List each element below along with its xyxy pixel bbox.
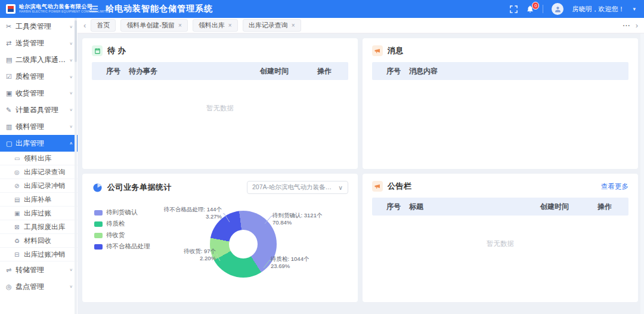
label-confirm: 待到货确认: 3121个 70.84% — [273, 212, 322, 226]
col-action: 操作 — [597, 202, 628, 212]
submenu-item-outbound-posting[interactable]: ▣ 出库过账 — [0, 207, 78, 220]
sidebar-item-quality[interactable]: ☑ 质检管理 ∨ — [0, 68, 78, 85]
col-todo-item: 待办事务 — [129, 66, 260, 76]
tabs-back-icon[interactable]: ‹ — [83, 21, 86, 29]
tools-icon: ✂ — [6, 23, 16, 30]
outbound-icon: ▢ — [6, 140, 16, 147]
sidebar-item-material-request[interactable]: ▥ 领料管理 ∨ — [0, 118, 78, 135]
tabbar: ‹ 首页 领料单创建-预留 × 领料出库 × 出库记录查询 × ⋯ › — [78, 18, 644, 33]
todo-panel-title: 待 办 — [107, 45, 126, 56]
sidebar-item-measuring-tools[interactable]: ✎ 计量器具管理 ∨ — [0, 101, 78, 118]
sidebar-item-outbound[interactable]: ▢ 出库管理 ∧ — [0, 135, 78, 152]
notification-badge: 0 — [532, 2, 539, 10]
col-action: 操作 — [317, 66, 348, 76]
stocktake-icon: ◎ — [6, 283, 16, 291]
fullscreen-icon[interactable] — [510, 5, 518, 13]
label-receive: 待收货: 97个 2.20% — [156, 248, 216, 262]
label-unqualified: 待不合格品处理: 144个 3.27% — [162, 206, 222, 220]
chevron-down-icon: ∨ — [69, 107, 73, 112]
col-create-time: 创建时间 — [260, 66, 317, 76]
chevron-down-icon: ∨ — [338, 184, 343, 191]
search-icon: ◎ — [14, 169, 24, 176]
label-inspect: 待质检: 1044个 23.69% — [271, 255, 309, 270]
donut-chart: 待到货确认 待质检 待收货 待不合格品处理 — [92, 198, 348, 297]
submenu-item-outbound-record-query[interactable]: ◎ 出库记录查询 — [0, 165, 78, 179]
legend-swatch — [94, 244, 103, 250]
legend-item-inspect[interactable]: 待质检 — [94, 220, 150, 228]
todo-icon — [92, 45, 103, 56]
legend-item-confirm[interactable]: 待到货确认 — [94, 208, 150, 217]
chevron-down-icon: ∨ — [69, 57, 73, 61]
chevron-down-icon: ∨ — [69, 124, 73, 128]
company-select-value: 207A-哈尔滨电气动力装备有限公 — [252, 183, 335, 192]
message-table-header: 序号 消息内容 — [372, 62, 628, 80]
col-create-time: 创建时间 — [540, 202, 597, 212]
sidebar-item-delivery[interactable]: ⇄ 送货管理 ∨ — [0, 35, 78, 51]
notice-panel: 公告栏 查看更多 序号 标题 创建时间 操作 暂无数据 — [363, 174, 638, 302]
sidebar-item-transfer[interactable]: ⇌ 转储管理 ∨ — [0, 261, 78, 278]
col-title: 标题 — [409, 202, 540, 212]
package-icon: ▣ — [6, 90, 16, 97]
header-divider — [543, 5, 543, 13]
close-icon[interactable]: × — [228, 23, 232, 29]
app-header: 哈尔滨电气动力装备有限公司 HARBIN ELECTRIC POWER EQUI… — [0, 0, 644, 18]
col-index: 序号 — [92, 66, 129, 76]
system-title: 哈电动装智能仓储管理系统 — [106, 4, 213, 14]
company-name-en: HARBIN ELECTRIC POWER EQUIPMENT COMPANY … — [19, 10, 110, 14]
legend-item-unqualified[interactable]: 待不合格品处理 — [94, 242, 150, 251]
legend-swatch — [94, 210, 103, 216]
main-scrollbar[interactable] — [640, 18, 644, 314]
message-panel-title: 消息 — [388, 45, 404, 56]
user-avatar[interactable] — [552, 3, 564, 15]
submenu-item-material-outbound[interactable]: ▭ 领料出库 — [0, 152, 78, 165]
company-logo: 哈尔滨电气动力装备有限公司 HARBIN ELECTRIC POWER EQUI… — [0, 4, 80, 14]
notice-panel-title: 公告栏 — [388, 181, 412, 192]
legend-swatch — [94, 233, 103, 238]
legend-item-receive[interactable]: 待收货 — [94, 231, 150, 239]
tabs-more-icon[interactable]: ⋯ — [623, 21, 631, 30]
chevron-down-icon: ∨ — [69, 284, 73, 288]
user-greeting[interactable]: 房晓明，欢迎您！ — [572, 5, 624, 14]
tabs-forward-icon[interactable]: › — [636, 21, 638, 29]
submenu-item-outbound-record-writeoff[interactable]: ⊘ 出库记录冲销 — [0, 179, 78, 193]
sidebar-scrollbar[interactable] — [75, 18, 77, 314]
message-panel: 消息 序号 消息内容 — [363, 38, 638, 169]
user-menu-chevron-icon[interactable]: ▾ — [633, 6, 636, 12]
submenu-item-tool-scrap-outbound[interactable]: ⊠ 工具报废出库 — [0, 220, 78, 234]
submenu-item-outbound-posting-writeoff[interactable]: ⊟ 出库过账冲销 — [0, 248, 78, 261]
submenu-item-outbound-supplement[interactable]: ▤ 出库补单 — [0, 193, 78, 207]
transfer-icon: ⇌ — [6, 266, 16, 274]
col-message-content: 消息内容 — [409, 66, 628, 76]
sidebar-item-receiving[interactable]: ▣ 收货管理 ∨ — [0, 85, 78, 101]
notification-bell-icon[interactable]: 0 — [526, 5, 534, 13]
tab-home[interactable]: 首页 — [91, 19, 116, 32]
close-icon[interactable]: × — [178, 23, 182, 29]
sidebar-item-l2-inbound-notice[interactable]: ▤ 二级库入库通知单 ∨ — [0, 51, 78, 68]
notice-empty-text: 暂无数据 — [363, 239, 638, 248]
todo-panel: 待 办 序号 待办事务 创建时间 操作 暂无数据 — [82, 38, 358, 169]
sidebar-item-stocktaking[interactable]: ◎ 盘点管理 ∨ — [0, 278, 78, 295]
chevron-down-icon: ∨ — [69, 41, 73, 45]
tab-material-request-create[interactable]: 领料单创建-预留 × — [120, 19, 188, 32]
form-icon: ▥ — [6, 123, 16, 131]
company-logo-icon — [6, 4, 16, 14]
company-select[interactable]: 207A-哈尔滨电气动力装备有限公 ∨ — [247, 181, 348, 194]
tab-material-outbound[interactable]: 领料出库 × — [193, 19, 238, 32]
col-index: 序号 — [372, 202, 409, 212]
chart-legend: 待到货确认 待质检 待收货 待不合格品处理 — [94, 208, 150, 251]
form-icon: ▤ — [14, 196, 24, 203]
cancel-icon: ⊘ — [14, 183, 24, 189]
chevron-down-icon: ∨ — [69, 267, 73, 272]
chevron-down-icon: ∨ — [69, 91, 73, 95]
close-icon[interactable]: × — [292, 23, 295, 29]
submenu-item-material-recycle[interactable]: ♻ 材料回收 — [0, 234, 78, 248]
sidebar-item-tools[interactable]: ✂ 工具类管理 ∨ — [0, 18, 78, 35]
chevron-up-icon: ∧ — [69, 141, 73, 145]
doc-icon: ▭ — [14, 155, 24, 162]
donut-ring[interactable] — [210, 211, 277, 278]
col-index: 序号 — [372, 66, 409, 76]
todo-table-header: 序号 待办事务 创建时间 操作 — [92, 62, 348, 80]
tab-outbound-record-query[interactable]: 出库记录查询 × — [243, 19, 301, 32]
view-more-link[interactable]: 查看更多 — [601, 182, 628, 191]
writeoff-icon: ⊟ — [14, 251, 24, 258]
